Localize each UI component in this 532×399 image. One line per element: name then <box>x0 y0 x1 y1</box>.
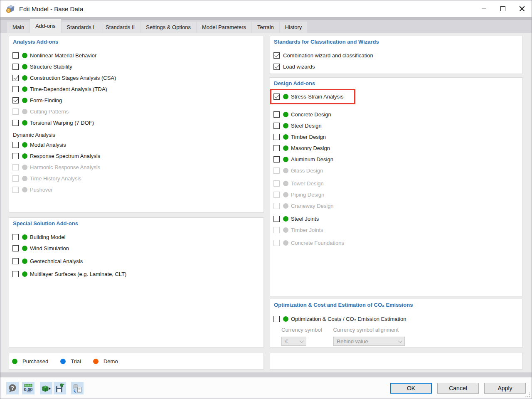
dynamic-analysis-subtitle: Dynamic Analysis <box>13 132 260 138</box>
addon-label: Timber Design <box>291 134 326 140</box>
footer-toolbar: ? 0,00 <box>6 382 84 394</box>
addon-label: Torsional Warping (7 DOF) <box>30 120 94 126</box>
import-export-button[interactable] <box>71 382 84 394</box>
addon-row: Time History Analysis <box>12 175 260 182</box>
addon-checkbox <box>273 203 280 209</box>
addon-checkbox <box>273 167 280 174</box>
addon-row: Timber Design <box>273 133 519 140</box>
units-button[interactable]: 0,00 <box>22 382 34 394</box>
apply-button[interactable]: Apply <box>484 383 526 394</box>
cancel-button[interactable]: Cancel <box>437 383 479 394</box>
addon-checkbox <box>12 164 19 170</box>
addon-checkbox[interactable] <box>12 234 19 240</box>
addon-label: Construction Stages Analysis (CSA) <box>30 75 116 81</box>
ok-button[interactable]: OK <box>390 383 432 394</box>
tab[interactable]: Add-ons <box>30 19 61 33</box>
addon-checkbox <box>12 175 19 182</box>
addon-checkbox[interactable] <box>12 52 19 59</box>
right-bottom-panel <box>270 353 523 369</box>
addon-label: Building Model <box>30 234 65 240</box>
license-status-dot <box>22 271 27 277</box>
addon-checkbox[interactable] <box>273 123 280 129</box>
license-status-dot <box>283 157 288 162</box>
addon-checkbox <box>273 240 280 246</box>
addon-label: Cutting Patterns <box>30 108 69 115</box>
addon-checkbox <box>273 180 280 187</box>
addon-label: Load wizards <box>283 64 315 70</box>
license-status-dot <box>22 75 27 81</box>
license-status-dot <box>22 153 27 159</box>
legend-label: Demo <box>103 358 118 365</box>
svg-text:0,00: 0,00 <box>24 387 33 392</box>
save-as-template-button[interactable] <box>54 382 66 394</box>
addon-label: Masonry Design <box>291 145 330 151</box>
license-status-dot <box>283 316 288 322</box>
license-status-dot <box>22 109 27 114</box>
addon-label: Steel Joints <box>291 216 319 222</box>
maximize-button[interactable] <box>493 0 512 17</box>
tab[interactable]: History <box>280 22 307 33</box>
minimize-button[interactable] <box>474 0 493 17</box>
tab[interactable]: Settings & Options <box>140 22 196 33</box>
tab[interactable]: Terrain <box>252 22 279 33</box>
currency-symbol-select: € <box>281 337 306 346</box>
addon-row: Nonlinear Material Behavior <box>12 52 260 59</box>
addon-checkbox[interactable] <box>273 134 280 140</box>
addon-checkbox[interactable] <box>273 316 280 322</box>
addon-label: Structure Stability <box>30 64 72 70</box>
addon-checkbox[interactable] <box>273 216 280 222</box>
help-button[interactable]: ? <box>6 382 19 394</box>
chevron-down-icon <box>398 339 402 343</box>
addon-checkbox[interactable] <box>12 120 19 126</box>
legend-dot <box>12 359 17 364</box>
apply-template-button[interactable] <box>40 382 52 394</box>
license-status-dot <box>283 94 288 99</box>
design-addons-title: Design Add-ons <box>274 80 519 86</box>
addon-label: Response Spectrum Analysis <box>30 153 100 159</box>
close-button[interactable] <box>512 0 532 17</box>
addon-checkbox[interactable] <box>273 64 280 70</box>
addon-row: Cutting Patterns <box>12 108 260 115</box>
optimization-list: Optimization & Costs / CO₂ Emission Esti… <box>273 315 519 322</box>
addon-checkbox[interactable] <box>12 64 19 70</box>
license-status-dot <box>22 53 27 58</box>
addon-checkbox[interactable] <box>273 94 280 100</box>
addon-checkbox[interactable] <box>12 258 19 264</box>
tab[interactable]: Standards II <box>100 22 140 33</box>
tab[interactable]: Main <box>7 22 30 33</box>
license-status-dot <box>22 98 27 103</box>
optimization-title: Optimization & Cost and Estimation of CO… <box>274 302 519 308</box>
standards-list: Combination wizard and classification Lo… <box>273 52 519 70</box>
currency-alignment-select: Behind value <box>333 337 405 346</box>
addon-checkbox[interactable] <box>12 153 19 159</box>
tab[interactable]: Standards I <box>62 22 100 33</box>
addon-label: Piping Design <box>291 192 324 198</box>
addon-row: Building Model <box>12 234 260 240</box>
addon-label: Steel Design <box>291 123 322 129</box>
addon-checkbox[interactable] <box>12 75 19 81</box>
addon-row: Response Spectrum Analysis <box>12 153 260 159</box>
standards-panel: Standards for Classification and Wizards… <box>270 36 523 74</box>
legend-dot <box>60 359 66 364</box>
addon-checkbox[interactable] <box>12 271 19 277</box>
optimization-panel: Optimization & Cost and Estimation of CO… <box>270 299 523 347</box>
addon-checkbox[interactable] <box>12 142 19 148</box>
addon-label: Harmonic Response Analysis <box>30 164 100 170</box>
addon-checkbox[interactable] <box>12 97 19 103</box>
addon-checkbox[interactable] <box>273 111 280 118</box>
optimization-controls: Currency symbol € Currency symbol alignm… <box>281 327 519 346</box>
addon-checkbox[interactable] <box>12 86 19 92</box>
currency-alignment-value: Behind value <box>337 338 368 345</box>
standards-title: Standards for Classification and Wizards <box>274 39 519 45</box>
addon-checkbox[interactable] <box>273 52 280 59</box>
chevron-down-icon <box>300 339 304 343</box>
addon-checkbox[interactable] <box>273 145 280 151</box>
resize-grip[interactable] <box>525 392 530 397</box>
addon-checkbox <box>273 227 280 233</box>
svg-text:6: 6 <box>7 8 10 12</box>
special-solution-list: Building Model Wind Simulation Geotechni… <box>12 234 260 277</box>
addon-checkbox[interactable] <box>273 156 280 163</box>
tab[interactable]: Model Parameters <box>197 22 251 33</box>
addon-checkbox[interactable] <box>12 245 19 251</box>
special-solution-addons-panel: Special Solution Add-ons Building Model … <box>9 217 264 347</box>
